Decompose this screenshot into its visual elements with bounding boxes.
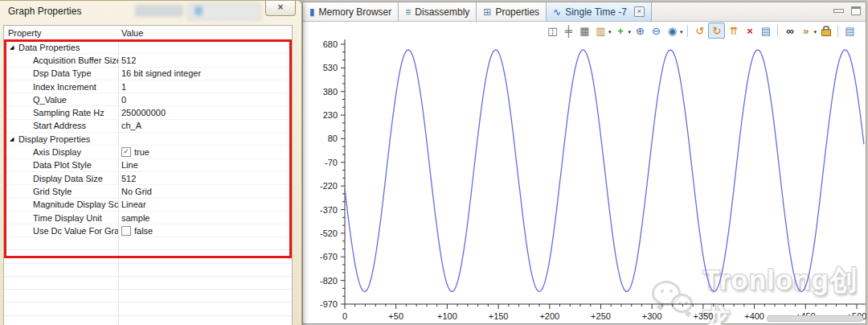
waveform-line: [345, 50, 864, 292]
property-value[interactable]: ✓true: [118, 147, 149, 157]
padlock-icon: [821, 29, 831, 36]
property-value[interactable]: 16 bit signed integer: [118, 68, 201, 78]
property-label: Data Plot Style: [4, 160, 118, 170]
property-value[interactable]: 512: [118, 56, 136, 65]
blurred-icon: [194, 6, 203, 15]
axis-tick-label: +150: [489, 311, 509, 321]
data-properties-icon[interactable]: ▤: [758, 23, 773, 38]
property-label: Axis Display: [4, 147, 118, 157]
align-graphs-icon[interactable]: ◫: [545, 23, 560, 38]
property-value[interactable]: sample: [118, 213, 149, 223]
property-row[interactable]: Grid StyleNo Grid: [4, 185, 292, 198]
chevron-down-icon[interactable]: ▾: [680, 29, 683, 35]
property-value[interactable]: 250000000: [118, 108, 166, 117]
property-value[interactable]: No Grid: [118, 187, 152, 196]
dialog-title: Graph Properties: [8, 6, 81, 17]
freeze-lock-icon[interactable]: [818, 23, 833, 38]
checkbox-checked-icon[interactable]: ✓: [121, 147, 131, 157]
axis-tick-label: 0: [342, 311, 347, 321]
property-value[interactable]: ch_A: [118, 121, 141, 130]
properties-table-icon: ⊞: [483, 7, 491, 17]
chevron-down-icon[interactable]: ▾: [813, 29, 817, 35]
property-label: Use Dc Value For Grap: [4, 226, 118, 236]
measure-ruler-icon[interactable]: ▥: [593, 23, 608, 38]
axis-tick-label: -70: [325, 158, 338, 167]
dialog-close-button[interactable]: ×: [265, 1, 296, 16]
tab-memory-browser[interactable]: ▮Memory Browser: [303, 2, 399, 21]
property-column-header: Property: [8, 28, 42, 38]
waveform-icon: ∿: [553, 7, 561, 17]
blurred-shape: [135, 5, 183, 17]
property-row[interactable]: Acquisition Buffer Size512: [4, 54, 292, 67]
axis-tick-label: -370: [320, 205, 338, 215]
axis-tick-label: -520: [320, 228, 338, 238]
continuous-refresh-icon[interactable]: ↻: [708, 23, 725, 39]
measure-ruler-icon: ▥: [596, 26, 605, 36]
graph-view-panel: ▮Memory Browser≡Disassembly⊞Properties∿S…: [302, 2, 866, 324]
view-window-buttons: [833, 6, 861, 15]
center-waveform-icon[interactable]: ╪: [561, 23, 576, 38]
property-label: Grid Style: [4, 187, 118, 196]
graph-properties-icon[interactable]: ▤: [842, 23, 858, 38]
property-value[interactable]: 512: [118, 174, 136, 183]
fit-to-window-icon[interactable]: ▦: [577, 23, 592, 38]
property-label: Dsp Data Type: [4, 68, 118, 78]
tab-label: Properties: [495, 6, 539, 18]
chevron-down-icon[interactable]: ▾: [628, 29, 631, 35]
property-row[interactable]: ◢Data Properties: [4, 41, 292, 54]
property-row[interactable]: Display Data Size512: [4, 172, 292, 185]
property-label: Start Address: [4, 121, 118, 130]
tab-label: Memory Browser: [319, 6, 392, 18]
property-row[interactable]: Start Addressch_A: [4, 120, 292, 133]
flush-data-icon[interactable]: ×: [742, 23, 757, 38]
refresh-icon: ⇈: [730, 26, 739, 36]
property-value[interactable]: false: [118, 226, 153, 236]
property-row[interactable]: Index Increment1: [4, 80, 292, 93]
property-value[interactable]: 0: [118, 95, 126, 105]
toolbar-separator: [777, 25, 778, 37]
zoom-out-icon[interactable]: ⊖: [649, 23, 664, 38]
refresh-icon[interactable]: ⇈: [726, 23, 741, 38]
property-label: Display Data Size: [4, 174, 118, 183]
property-label: Display Properties: [4, 134, 118, 144]
property-row[interactable]: Magnitude Display ScaLinear: [4, 199, 292, 212]
zoom-in-icon[interactable]: ⊕: [633, 23, 648, 38]
filter-traces-icon[interactable]: »: [798, 23, 813, 38]
graph-properties-icon: ▤: [845, 26, 854, 36]
property-row[interactable]: Time Display Unitsample: [4, 212, 292, 224]
axis-tick-label: -820: [320, 276, 338, 286]
zoom-region-icon[interactable]: ◉: [665, 23, 680, 38]
search-icon[interactable]: ∞: [782, 23, 797, 38]
property-value[interactable]: 1: [118, 82, 126, 92]
tree-expanded-icon[interactable]: ◢: [10, 136, 14, 142]
reset-view-icon[interactable]: ↺: [692, 23, 707, 38]
horizontal-scrollbar-thumb[interactable]: [767, 315, 863, 322]
axis-tick-label: 230: [323, 110, 338, 120]
property-value[interactable]: Linear: [118, 200, 146, 209]
empty-rows: [4, 237, 292, 325]
tab-properties[interactable]: ⊞Properties: [477, 2, 547, 21]
zoom-out-icon: ⊖: [652, 26, 661, 36]
tab-disassembly[interactable]: ≡Disassembly: [399, 2, 477, 21]
maximize-view-button[interactable]: [851, 6, 861, 15]
property-label: Magnitude Display Sca: [4, 200, 118, 209]
property-row[interactable]: Dsp Data Type16 bit signed integer: [4, 68, 292, 80]
minimize-view-button[interactable]: [833, 9, 844, 13]
property-row[interactable]: Data Plot StyleLine: [4, 159, 292, 172]
axis-tick-label: 380: [323, 87, 338, 97]
property-row[interactable]: Axis Display✓true: [4, 146, 292, 158]
property-row[interactable]: Sampling Rate Hz250000000: [4, 106, 292, 119]
checkbox-unchecked-icon[interactable]: [121, 226, 131, 236]
property-row[interactable]: Use Dc Value For Grapfalse: [4, 224, 292, 237]
memory-chip-icon: ▮: [309, 7, 315, 17]
property-label: Data Properties: [4, 43, 118, 52]
tab-close-icon[interactable]: ×: [634, 6, 645, 17]
property-row[interactable]: ◢Display Properties: [4, 133, 292, 146]
property-row[interactable]: Q_Value0: [4, 93, 292, 106]
tab-single-time-7[interactable]: ∿Single Time -7×: [547, 2, 652, 21]
tree-expanded-icon[interactable]: ◢: [10, 44, 14, 51]
chevron-down-icon[interactable]: ▾: [608, 29, 612, 35]
add-overlay-icon[interactable]: +: [612, 23, 628, 38]
filter-traces-icon: »: [803, 26, 809, 36]
property-value[interactable]: Line: [118, 160, 138, 170]
